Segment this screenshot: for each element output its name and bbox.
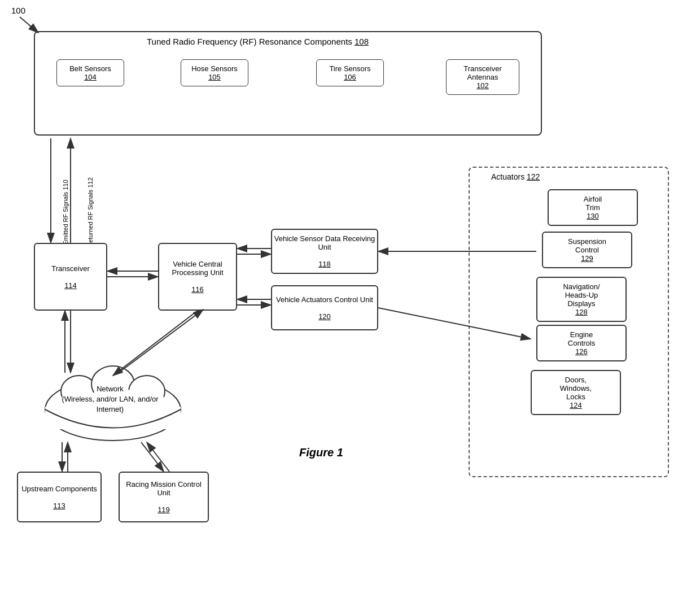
suspension-control-box: SuspensionControl 129 [542,232,632,268]
engine-controls-label: EngineControls [568,330,595,347]
actuators-ref: 122 [527,172,540,181]
nav-hud-box: Navigation/Heads-UpDisplays 128 [536,277,627,322]
upstream-box: Upstream Components 113 [17,472,102,522]
airfoil-trim-box: AirfoilTrim 130 [548,189,638,226]
nav-hud-label: Navigation/Heads-UpDisplays [563,282,600,308]
belt-sensors-box: Belt Sensors 104 [56,59,124,86]
doors-windows-locks-box: Doors,Windows,Locks 124 [531,370,621,415]
vsdr-box: Vehicle Sensor Data Receiving Unit 118 [271,229,378,274]
emitted-signal-label: Emitted RF Signals 110 [62,180,69,245]
diagram: 100 Tuned Radio Frequency (RF) Resonance… [0,0,700,606]
belt-sensors-ref: 104 [84,73,97,81]
svg-line-27 [147,442,169,472]
vcpu-label: Vehicle Central Processing Unit [159,260,236,277]
doors-windows-locks-label: Doors,Windows,Locks [560,376,592,401]
tire-sensors-ref: 106 [344,73,356,81]
actuators-title: Actuators 122 [491,172,540,181]
rf-title: Tuned Radio Frequency (RF) Resonance Com… [147,37,369,46]
tire-sensors-box: Tire Sensors 106 [316,59,384,86]
transceiver-label: Transceiver [51,264,89,273]
vcpu-box: Vehicle Central Processing Unit 116 [158,243,237,311]
returned-signal-label: Returned RF Signals 112 [87,177,94,247]
diagram-number: 100 [11,6,25,15]
svg-line-28 [20,17,38,33]
airfoil-trim-label: AirfoilTrim [584,195,602,212]
belt-sensors-label: Belt Sensors [69,64,111,73]
svg-line-26 [141,442,164,472]
nav-hud-ref: 128 [575,308,588,316]
transceiver-box: Transceiver 114 [34,243,107,311]
airfoil-trim-ref: 130 [587,212,599,220]
transceiver-antennas-ref: 102 [476,81,489,90]
rf-ref: 108 [355,37,369,46]
vsdr-ref: 118 [318,260,331,268]
network-label: Network(Wireless, and/or LAN, and/orInte… [48,384,172,415]
suspension-control-label: SuspensionControl [568,237,606,254]
vsdr-label: Vehicle Sensor Data Receiving Unit [272,234,377,251]
vacu-box: Vehicle Actuators Control Unit 120 [271,285,378,330]
doors-windows-locks-ref: 124 [570,401,582,409]
hose-sensors-label: Hose Sensors [191,64,238,73]
vacu-label: Vehicle Actuators Control Unit [276,295,373,304]
vcpu-ref: 116 [191,285,204,294]
hose-sensors-box: Hose Sensors 105 [181,59,248,86]
engine-controls-ref: 126 [575,347,588,356]
engine-controls-box: EngineControls 126 [536,325,627,361]
racing-mission-ref: 119 [158,505,170,514]
racing-mission-label: Racing Mission Control Unit [120,480,208,497]
hose-sensors-ref: 105 [208,73,221,81]
figure-label: Figure 1 [299,446,343,459]
transceiver-antennas-label: TransceiverAntennas [463,64,501,81]
svg-line-23 [119,309,203,373]
tire-sensors-label: Tire Sensors [329,64,370,73]
transceiver-ref: 114 [64,281,77,290]
upstream-label: Upstream Components [21,485,97,493]
transceiver-antennas-box: TransceiverAntennas 102 [446,59,519,95]
upstream-ref: 113 [53,502,65,510]
vacu-ref: 120 [318,312,331,321]
racing-mission-box: Racing Mission Control Unit 119 [119,472,209,522]
suspension-control-ref: 129 [581,254,593,263]
